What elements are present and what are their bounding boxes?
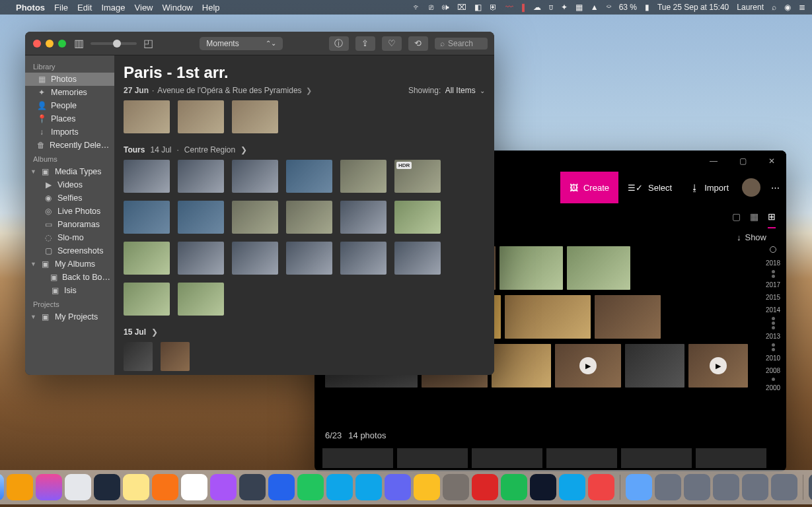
sidebar-item-people[interactable]: 👤People [25,99,114,112]
timeline-year[interactable]: 2014 [764,306,782,314]
photo-thumb[interactable] [124,242,170,275]
spotlight-icon[interactable]: ⌕ [772,3,776,12]
status-icon[interactable]: ⎚ [429,3,433,12]
sidebar-item-album[interactable]: ▣Isis [25,284,114,297]
view-small-grid-icon[interactable]: ⊞ [768,211,776,228]
dock-app[interactable] [472,474,498,500]
dock-app[interactable] [530,474,556,500]
search-input[interactable]: ⌕ Search [435,38,488,50]
photo-thumb[interactable] [232,100,278,133]
photo-thumb[interactable] [178,242,224,275]
account-avatar[interactable] [742,178,760,197]
zoom-button[interactable] [58,40,66,48]
timeline-year[interactable]: 2015 [764,294,782,301]
dock-app[interactable] [268,474,295,500]
menu-view[interactable]: View [135,3,153,13]
photo-thumb[interactable] [567,246,630,290]
dock-app-messages[interactable] [297,474,324,500]
win-close-button[interactable]: ✕ [757,151,786,172]
chevron-right-icon[interactable]: ❯ [306,86,312,95]
showing-dropdown[interactable]: All Items [445,86,476,95]
chevron-down-icon[interactable]: ⌄ [480,87,485,94]
timeline-year[interactable]: 2017 [764,281,782,288]
dock-folder[interactable] [655,474,681,500]
view-single-icon[interactable]: ▢ [732,211,741,222]
sidebar-item-memories[interactable]: ✦Memories [25,86,114,99]
dock-app-spotify[interactable] [501,474,527,500]
timeline-year[interactable]: 2000 [764,384,782,391]
sidebar-item-imports[interactable]: ↓Imports [25,125,114,139]
dock-app[interactable] [65,474,91,500]
sidebar-item-screenshots[interactable]: ▢Screenshots [25,244,114,257]
menu-window[interactable]: Window [163,3,193,13]
disclosure-triangle-icon[interactable]: ▼ [30,314,36,320]
create-button[interactable]: 🖼 Create [560,172,618,203]
dock-folder[interactable] [742,474,768,500]
clock[interactable]: Tue 25 Sep at 15:40 [657,3,729,12]
photo-thumb[interactable] [394,201,441,234]
photo-thumb[interactable] [499,246,563,290]
status-icon[interactable]: ⌧ [457,3,466,12]
photo-thumb[interactable] [178,100,224,133]
chevron-right-icon[interactable]: ❯ [240,145,247,154]
dock-app[interactable] [210,474,237,500]
sidebar-item-album[interactable]: ▣Back to Bo… [25,271,114,284]
status-icon[interactable]: 〰 [505,3,513,12]
sidebar-item-videos[interactable]: ▶Videos [25,178,114,191]
photo-thumb[interactable] [286,160,332,193]
timeline-year[interactable]: 2013 [764,333,782,340]
menu-file[interactable]: File [54,3,68,13]
photo-thumb[interactable] [286,242,332,275]
dock-folder[interactable] [684,474,710,500]
view-grid-icon[interactable]: ▦ [750,211,758,222]
photo-thumb[interactable] [178,201,224,234]
menu-help[interactable]: Help [202,3,220,13]
sidebar-toggle-icon[interactable]: ▥ [74,37,84,50]
minimize-button[interactable] [46,40,54,48]
dock-app[interactable] [7,474,33,500]
notification-center-icon[interactable]: ≣ [799,3,805,12]
photo-thumb[interactable] [232,242,278,275]
sidebar-item-photos[interactable]: ▦Photos [25,73,114,86]
chevron-right-icon[interactable]: ❯ [151,327,158,337]
win-maximize-button[interactable]: ▢ [728,151,757,172]
photo-thumb-hdr[interactable] [394,160,441,193]
sort-arrow-icon[interactable]: ↓ [737,232,741,242]
photo-thumb[interactable] [340,201,387,234]
select-button[interactable]: ☰✓ Select [618,172,681,203]
info-button[interactable]: ⓘ [329,36,349,51]
dock-app[interactable] [355,474,382,500]
status-icon[interactable]: ◧ [474,3,482,12]
close-button[interactable] [33,40,41,48]
photo-thumb[interactable] [340,242,387,275]
photo-thumb[interactable] [178,283,224,316]
photo-thumb[interactable] [492,344,551,388]
moment-location[interactable]: Centre Region [184,145,235,154]
battery-status[interactable]: 63 % [619,3,637,12]
video-thumb[interactable]: ▶ [555,344,621,388]
wifi-icon[interactable]: ⌔ [607,3,611,12]
rotate-button[interactable]: ⟲ [408,36,428,51]
user-menu[interactable]: Laurent [737,3,764,12]
disclosure-triangle-icon[interactable]: ▼ [30,261,36,267]
dropbox-icon[interactable]: ⩌ [549,3,553,12]
photo-thumb[interactable] [161,342,190,371]
dock-app-notes[interactable] [123,474,149,500]
photo-thumb[interactable] [505,295,591,339]
aspect-toggle-icon[interactable]: ◰ [143,37,153,50]
sidebar-item-live-photos[interactable]: ◎Live Photos [25,205,114,218]
timeline-scrubber[interactable]: 2018 2017 2015 2014 2013 2010 2008 2000 [764,246,782,468]
dock-app[interactable] [152,474,178,500]
view-selector[interactable]: Moments ⌃⌄ [200,37,282,50]
dock-app[interactable] [239,474,266,500]
sidebar-item-media-types[interactable]: ▼▣Media Types [25,165,114,178]
battery-icon[interactable]: ▮ [645,3,649,12]
sidebar-item-slomo[interactable]: ◌Slo-mo [25,231,114,244]
sidebar-item-my-projects[interactable]: ▼▣My Projects [25,310,114,323]
favorite-button[interactable]: ♡ [382,36,402,51]
dock-app-safari[interactable] [0,474,4,500]
menu-image[interactable]: Image [101,3,125,13]
photo-thumb[interactable] [124,160,170,193]
status-icon[interactable]: ‖ [521,3,525,12]
dock-app[interactable] [443,474,469,500]
